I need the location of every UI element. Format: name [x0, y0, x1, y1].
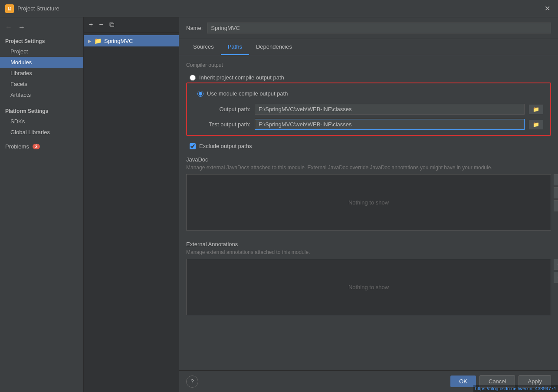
sidebar-item-global-libraries[interactable]: Global Libraries [0, 127, 83, 138]
javadoc-section: JavaDoc Manage external JavaDocs attache… [186, 156, 551, 231]
platform-settings-header: Platform Settings [0, 105, 83, 116]
test-output-path-row: Test output path: 📁 [194, 119, 543, 130]
sidebar-item-facets[interactable]: Facets [0, 79, 83, 89]
name-row: Name: [179, 17, 558, 39]
test-output-path-label: Test output path: [194, 121, 250, 128]
sidebar-item-project[interactable]: Project [0, 46, 83, 57]
tabs-bar: Sources Paths Dependencies [179, 39, 558, 55]
sidebar-item-sdks[interactable]: SDKs [0, 116, 83, 127]
javadoc-description: Manage external JavaDocs attached to thi… [186, 165, 551, 171]
title-bar: IJ Project Structure ✕ [0, 0, 558, 17]
expand-icon: ▶ [88, 39, 92, 43]
ok-button[interactable]: OK [450, 376, 476, 387]
exclude-label: Exclude output paths [199, 143, 252, 149]
forward-button[interactable]: → [16, 23, 27, 32]
module-radio[interactable] [197, 91, 204, 97]
inherit-radio[interactable] [190, 75, 196, 81]
module-radio-item[interactable]: Use module compile output path [194, 89, 543, 99]
add-module-button[interactable]: + [87, 20, 95, 30]
folder-icon: 📁 [94, 37, 102, 44]
module-item-springmvc[interactable]: ▶ 📁 SpringMVC [84, 35, 179, 46]
tab-paths[interactable]: Paths [221, 39, 249, 55]
help-button[interactable]: ? [186, 376, 198, 388]
javadoc-list-wrapper: Nothing to show + ↑ − [186, 174, 551, 231]
close-button[interactable]: ✕ [542, 3, 553, 13]
javadoc-list: Nothing to show [186, 174, 551, 231]
app-icon: IJ [5, 4, 14, 13]
output-path-browse-button[interactable]: 📁 [529, 105, 543, 114]
test-output-path-browse-button[interactable]: 📁 [529, 120, 543, 129]
javadoc-title: JavaDoc [186, 156, 551, 163]
module-panel: + − ⧉ ▶ 📁 SpringMVC [84, 17, 179, 392]
sidebar-item-modules[interactable]: Modules [0, 57, 83, 68]
ext-annotations-remove-button[interactable]: − [554, 272, 558, 283]
inherit-radio-item[interactable]: Inherit project compile output path [186, 72, 551, 82]
copy-module-button[interactable]: ⧉ [108, 20, 116, 30]
problems-badge: 2 [33, 144, 40, 149]
javadoc-remove-button[interactable]: − [554, 200, 558, 211]
ext-annotations-actions: + − [554, 259, 558, 283]
output-path-label: Output path: [194, 106, 250, 112]
sidebar: ← → Project Settings Project Modules Lib… [0, 17, 84, 392]
ext-annotations-list-wrapper: Nothing to show + − [186, 259, 551, 315]
ext-annotations-title: External Annotations [186, 241, 551, 247]
project-structure-dialog: IJ Project Structure ✕ ← → Project Setti… [0, 0, 558, 392]
javadoc-actions: + ↑ − [554, 174, 558, 211]
external-annotations-section: External Annotations Manage external ann… [186, 241, 551, 315]
tab-dependencies[interactable]: Dependencies [249, 39, 299, 55]
name-input[interactable] [207, 23, 551, 33]
watermark: https://blog.csdn.net/weixin_43894771 [473, 385, 558, 392]
output-path-row: Output path: 📁 [194, 104, 543, 115]
ext-annotations-empty-text: Nothing to show [348, 284, 389, 290]
ext-annotations-description: Manage external annotations attached to … [186, 249, 551, 255]
compiler-output-label: Compiler output [186, 62, 551, 68]
sidebar-item-artifacts[interactable]: Artifacts [0, 89, 83, 100]
nav-toolbar: ← → [0, 21, 83, 36]
exclude-checkbox-row: Exclude output paths [186, 141, 551, 151]
output-path-input[interactable] [255, 104, 525, 115]
back-button[interactable]: ← [3, 23, 14, 32]
javadoc-add-button[interactable]: + [554, 174, 558, 185]
module-name: SpringMVC [104, 38, 133, 44]
test-output-path-input[interactable] [255, 119, 525, 130]
module-radio-label: Use module compile output path [207, 90, 288, 97]
bottom-left: ? [186, 376, 447, 388]
module-toolbar: + − ⧉ [84, 17, 179, 33]
ext-annotations-add-button[interactable]: + [554, 259, 558, 270]
javadoc-moveup-button[interactable]: ↑ [554, 187, 558, 198]
main-content: ← → Project Settings Project Modules Lib… [0, 17, 558, 392]
tab-sources[interactable]: Sources [186, 39, 221, 55]
inherit-radio-label: Inherit project compile output path [199, 74, 284, 81]
module-compile-box: Use module compile output path Output pa… [186, 82, 551, 136]
module-tree: ▶ 📁 SpringMVC [84, 33, 179, 392]
content-panel: Name: Sources Paths Dependencies Compile… [179, 17, 558, 392]
javadoc-empty-text: Nothing to show [348, 199, 389, 206]
project-settings-header: Project Settings [0, 36, 83, 46]
remove-module-button[interactable]: − [97, 20, 105, 30]
sidebar-item-problems[interactable]: Problems 2 [0, 141, 83, 152]
name-label: Name: [186, 25, 203, 31]
exclude-checkbox[interactable] [190, 143, 196, 149]
tab-content-paths: Compiler output Inherit project compile … [179, 55, 558, 370]
sidebar-item-libraries[interactable]: Libraries [0, 68, 83, 79]
dialog-title: Project Structure [17, 5, 542, 12]
ext-annotations-list: Nothing to show [186, 259, 551, 315]
